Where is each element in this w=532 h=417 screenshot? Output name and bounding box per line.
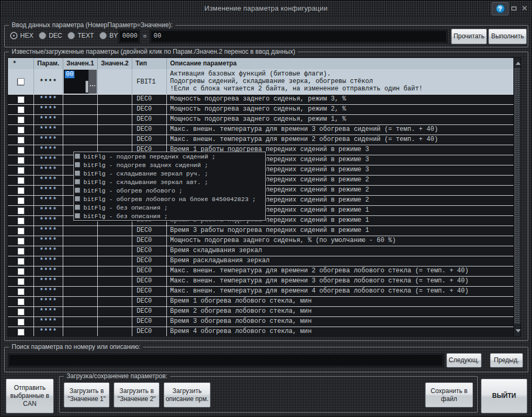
title-bar[interactable]: Изменение параметра конфигурации ? ✕: [1, 1, 531, 17]
row-value1[interactable]: [63, 277, 98, 286]
table-row[interactable]: **** DEC0 Макс. внешн. температура для в…: [8, 135, 520, 145]
row-value1[interactable]: [63, 327, 98, 337]
row-value1[interactable]: [63, 297, 98, 306]
row-checkbox[interactable]: [18, 137, 24, 144]
row-param[interactable]: ****: [34, 115, 63, 124]
row-value1[interactable]: [63, 226, 98, 236]
row-checkbox[interactable]: [18, 319, 24, 326]
row-value2[interactable]: [98, 277, 132, 286]
table-row[interactable]: **** DEC0 Макс. внешн. температура для в…: [8, 125, 520, 135]
row-value2[interactable]: [98, 226, 132, 236]
row-param[interactable]: ****: [34, 135, 63, 145]
row-value1[interactable]: [63, 105, 98, 114]
load-value2-button[interactable]: Загрузить в "Значение 2": [114, 382, 159, 407]
row-param[interactable]: ****: [34, 226, 63, 236]
row-value2[interactable]: [98, 115, 132, 124]
row-checkbox[interactable]: [18, 106, 24, 113]
row-checkbox[interactable]: [18, 187, 24, 194]
search-input[interactable]: [8, 354, 444, 367]
row-param[interactable]: ****: [34, 246, 63, 256]
col-value1[interactable]: Значен.1: [63, 58, 98, 69]
col-description[interactable]: Описание параметра: [167, 58, 520, 69]
row-value2[interactable]: [98, 95, 132, 104]
read-button[interactable]: Прочитать: [451, 29, 487, 44]
row-checkbox[interactable]: [18, 167, 24, 174]
row-param[interactable]: ****: [34, 125, 63, 135]
row-checkbox[interactable]: [18, 157, 24, 164]
row-value2[interactable]: [98, 256, 132, 266]
row-value2[interactable]: [98, 105, 132, 114]
table-row[interactable]: **** DEC0 Мощность подогрева заднего сид…: [8, 105, 520, 115]
row-checkbox[interactable]: [18, 116, 24, 123]
row-value1[interactable]: [63, 307, 98, 316]
row-param[interactable]: ****: [34, 105, 63, 114]
row-checkbox[interactable]: [18, 78, 24, 85]
table-row[interactable]: **** DEC0 Время 3 обогрева лобового стек…: [8, 317, 520, 327]
maximize-button[interactable]: [508, 3, 520, 14]
col-check[interactable]: *: [8, 58, 34, 69]
row-checkbox[interactable]: [18, 197, 24, 204]
bitflag-item[interactable]: bitFlg - обогрев лобового на блоке 84500…: [74, 195, 265, 203]
bitflag-item[interactable]: bitFlg - складывание зеркал авт. ;: [74, 178, 265, 186]
row-param[interactable]: ****: [34, 277, 63, 286]
row-checkbox[interactable]: [18, 238, 24, 245]
bitflag-item[interactable]: bitFlg - подогрев передних сидений ;: [74, 152, 265, 161]
row-param[interactable]: ****: [34, 327, 63, 337]
row-param[interactable]: ****: [34, 317, 63, 327]
row-param[interactable]: ****: [34, 206, 63, 215]
table-row[interactable]: **** DEC0 Макс. внешн. температура для в…: [8, 277, 520, 287]
radio-text[interactable]: TEXT: [67, 32, 94, 39]
row-checkbox[interactable]: [18, 127, 24, 134]
row-value2[interactable]: [98, 317, 132, 327]
table-row[interactable]: **** DEC0 Время 2 обогрева лобового стек…: [8, 307, 520, 317]
row-value1[interactable]: [63, 95, 98, 104]
execute-button[interactable]: Выполнить: [488, 29, 527, 44]
row-checkbox[interactable]: [18, 308, 24, 315]
row-param[interactable]: ****: [34, 266, 63, 276]
value-editor[interactable]: 00 ...: [64, 70, 97, 94]
table-row[interactable]: **** DEC0 Время раскладывания зеркал: [8, 256, 520, 266]
table-row[interactable]: **** DEC0 Время 1 обогрева лобового стек…: [8, 297, 520, 307]
row-param[interactable]: ****: [34, 69, 63, 94]
row-value1[interactable]: [63, 256, 98, 266]
scroll-down-button[interactable]: [514, 327, 521, 335]
row-checkbox[interactable]: [18, 329, 24, 336]
table-row[interactable]: **** DEC0 Время складывания зеркал: [8, 246, 520, 256]
row-param[interactable]: ****: [34, 155, 63, 165]
row-checkbox[interactable]: [18, 207, 24, 214]
row-value2[interactable]: [98, 246, 132, 256]
table-row[interactable]: **** DEC0 Время 3 работы подогрева перед…: [8, 226, 520, 236]
row-param[interactable]: ****: [34, 297, 63, 306]
col-param[interactable]: Парам.: [34, 58, 63, 69]
radio-hex[interactable]: HEX: [10, 32, 33, 39]
row-value1[interactable]: [63, 125, 98, 135]
row-value1[interactable]: [63, 317, 98, 327]
row-param[interactable]: ****: [34, 145, 63, 155]
row-param[interactable]: ****: [34, 95, 63, 104]
selected-table-row[interactable]: **** 00 ... FBIT1 Активация базовых функ…: [8, 69, 520, 95]
row-value1[interactable]: [63, 115, 98, 124]
table-row[interactable]: **** DEC0 Мощность подогрева заднего сид…: [8, 115, 520, 125]
row-value2[interactable]: [98, 266, 132, 276]
row-param[interactable]: ****: [34, 216, 63, 226]
row-value1[interactable]: [63, 287, 98, 296]
row-checkbox[interactable]: [18, 278, 24, 285]
load-value1-button[interactable]: Загрузить в "Значение 1": [64, 382, 109, 407]
row-checkbox[interactable]: [18, 258, 24, 265]
row-checkbox[interactable]: [18, 268, 24, 275]
send-can-button[interactable]: Отправить выбранные в CAN: [6, 379, 54, 413]
row-value1[interactable]: [63, 266, 98, 276]
table-row[interactable]: **** DEC0 Мощность подогрева заднего сид…: [8, 236, 520, 246]
table-row[interactable]: **** DEC0 Макс. внешн. температура для в…: [8, 266, 520, 277]
editor-selected-text[interactable]: 00: [65, 71, 74, 78]
param-number-input[interactable]: 0000: [119, 30, 140, 43]
search-prev-button[interactable]: Предыд.: [490, 353, 523, 368]
bitflag-item[interactable]: bitFlg - без описания ;: [74, 203, 265, 212]
search-next-button[interactable]: Следующ.: [446, 353, 482, 368]
load-descriptions-button[interactable]: Загрузить описание прм.: [164, 382, 210, 407]
scroll-up-button[interactable]: [514, 59, 521, 68]
row-value2[interactable]: [98, 307, 132, 316]
row-checkbox[interactable]: [18, 96, 24, 103]
row-value2[interactable]: [98, 287, 132, 296]
row-checkbox[interactable]: [18, 298, 24, 305]
